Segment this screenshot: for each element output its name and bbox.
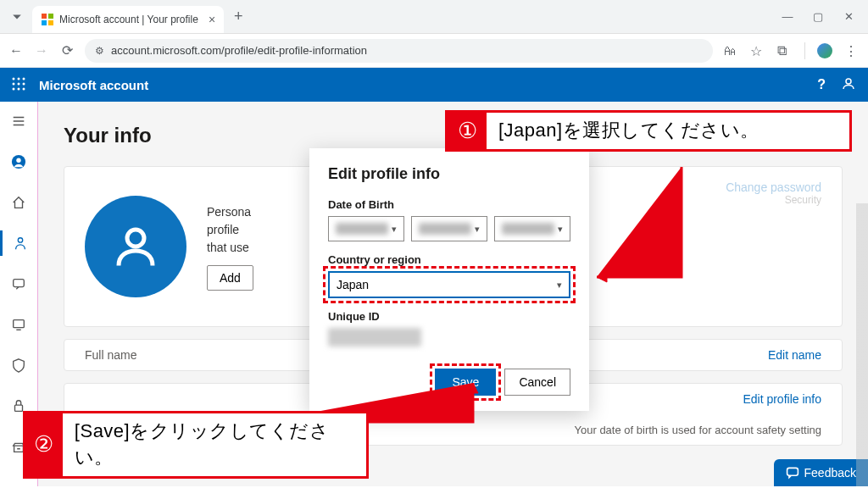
extensions-icon[interactable]: ⧉ (777, 43, 793, 58)
annotation-1: ① [Japan]を選択してください。 (445, 110, 852, 152)
dob-year-select[interactable]: ▾ (494, 216, 570, 241)
svg-point-9 (23, 82, 25, 85)
svg-rect-3 (48, 20, 53, 25)
svg-point-10 (13, 87, 15, 90)
country-input[interactable] (337, 278, 554, 291)
svg-point-12 (23, 87, 25, 90)
edit-profile-link[interactable]: Edit profile info (743, 392, 821, 406)
annotation-1-text: [Japan]を選択してください。 (487, 113, 771, 149)
svg-point-7 (13, 82, 15, 85)
country-select[interactable]: ▾ (328, 271, 570, 298)
edit-name-link[interactable]: Edit name (768, 348, 821, 362)
tab-dropdown-icon[interactable] (7, 7, 27, 27)
tab-title: Microsoft account | Your profile (59, 14, 198, 25)
edit-profile-modal: Edit profile info Date of Birth ▾ ▾ ▾ Co… (309, 148, 589, 411)
chrome-profile-avatar[interactable] (817, 43, 832, 58)
svg-point-6 (23, 77, 25, 80)
window-close-icon[interactable]: ✕ (841, 10, 856, 23)
uniqueid-label: Unique ID (328, 310, 570, 323)
svg-rect-19 (15, 405, 23, 411)
sidebar-messages-icon[interactable] (0, 271, 38, 297)
dob-day-select[interactable]: ▾ (411, 216, 487, 241)
profile-description-line1: Persona (207, 203, 253, 221)
add-button[interactable]: Add (207, 265, 253, 291)
ms-header: Microsoft account ? (0, 68, 868, 102)
sidebar-privacy-icon[interactable] (0, 352, 38, 378)
cancel-button[interactable]: Cancel (504, 369, 570, 396)
sidebar-profile-icon[interactable] (0, 230, 38, 256)
sidebar-hamburger-icon[interactable] (0, 108, 38, 134)
svg-point-20 (127, 230, 144, 247)
url-field[interactable]: ⚙ account.microsoft.com/profile/edit-pro… (85, 39, 713, 63)
chevron-down-icon: ▾ (557, 280, 562, 291)
browser-address-bar: ← → ⟳ ⚙ account.microsoft.com/profile/ed… (0, 34, 868, 68)
nav-forward-icon[interactable]: → (34, 43, 49, 58)
chevron-down-icon: ▾ (558, 224, 563, 235)
dob-month-select[interactable]: ▾ (328, 216, 404, 241)
translate-icon[interactable]: 🗛 (723, 43, 738, 58)
chevron-down-icon: ▾ (392, 224, 397, 235)
feedback-button[interactable]: Feedback (774, 459, 868, 486)
divider (804, 42, 805, 59)
ms-brand[interactable]: Microsoft account (39, 78, 148, 92)
dob-note: Your date of birth is used for account s… (575, 424, 821, 436)
sidebar-devices-icon[interactable] (0, 312, 38, 337)
svg-point-13 (846, 79, 851, 84)
chrome-menu-icon[interactable]: ⋮ (844, 43, 860, 58)
sidebar-home-icon[interactable] (0, 190, 38, 215)
tab-close-icon[interactable]: × (209, 13, 215, 26)
feedback-label: Feedback (804, 466, 856, 480)
site-info-icon[interactable]: ⚙ (95, 45, 104, 57)
annotation-1-arrow (588, 167, 698, 297)
change-password-link[interactable]: Change password (726, 180, 821, 194)
window-maximize-icon[interactable]: ▢ (810, 10, 826, 23)
svg-rect-0 (42, 14, 47, 19)
annotation-2: ② [Save]をクリックしてください。 (23, 411, 369, 479)
window-minimize-icon[interactable]: ― (780, 10, 795, 23)
svg-rect-18 (14, 320, 25, 328)
dob-label: Date of Birth (328, 198, 570, 211)
annotation-1-number: ① (448, 113, 487, 149)
profile-description-line2: profile (207, 221, 253, 239)
nav-back-icon[interactable]: ← (8, 43, 24, 58)
account-icon[interactable] (841, 76, 856, 94)
chevron-down-icon: ▾ (475, 224, 480, 235)
app-launcher-icon[interactable] (12, 77, 25, 93)
new-tab-button[interactable]: + (234, 8, 243, 25)
url-text: account.microsoft.com/profile/edit-profi… (111, 44, 367, 57)
uniqueid-value-blurred (328, 328, 421, 347)
browser-tab-bar: Microsoft account | Your profile × + ― ▢… (0, 0, 868, 34)
browser-tab[interactable]: Microsoft account | Your profile × (32, 6, 224, 33)
annotation-2-number: ② (25, 413, 63, 476)
favicon-microsoft-icon (41, 13, 54, 26)
svg-point-4 (13, 77, 15, 80)
full-name-label: Full name (85, 348, 136, 362)
annotation-2-text: [Save]をクリックしてください。 (63, 413, 366, 476)
modal-title: Edit profile info (328, 165, 570, 183)
security-label: Security (726, 194, 821, 206)
svg-rect-2 (42, 20, 47, 25)
help-icon[interactable]: ? (817, 77, 826, 92)
svg-point-11 (18, 87, 20, 90)
svg-rect-21 (787, 468, 798, 475)
bookmark-star-icon[interactable]: ☆ (750, 43, 765, 58)
svg-point-5 (18, 77, 20, 80)
sidebar-your-info-icon[interactable] (0, 149, 38, 175)
svg-point-16 (18, 238, 22, 242)
nav-reload-icon[interactable]: ⟳ (59, 42, 75, 58)
country-label: Country or region (328, 253, 570, 266)
profile-description-line3: that use (207, 239, 253, 257)
svg-rect-17 (14, 280, 25, 287)
svg-rect-1 (48, 14, 53, 19)
profile-avatar (85, 196, 186, 297)
scrollbar[interactable] (856, 203, 868, 486)
svg-point-8 (18, 82, 20, 85)
svg-point-15 (16, 158, 20, 163)
